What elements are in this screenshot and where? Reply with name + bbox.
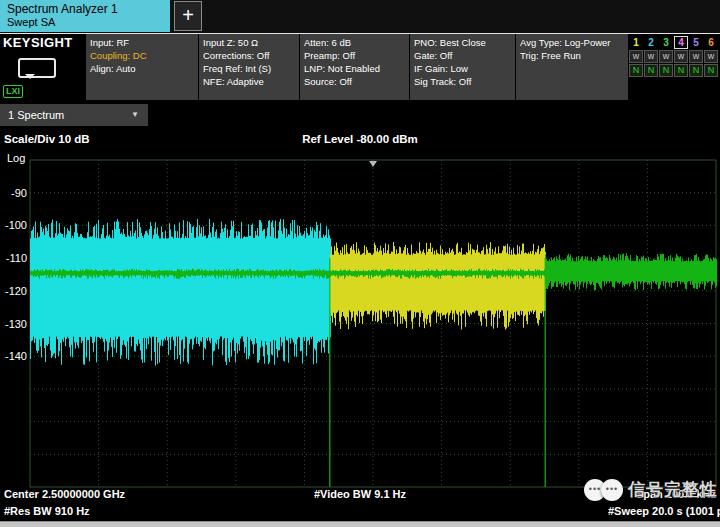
tab-spectrum-analyzer-1[interactable]: Spectrum Analyzer 1 Swept SA	[0, 0, 170, 32]
trace-detector-5[interactable]: N	[689, 64, 703, 77]
header-field: NFE: Adaptive	[203, 75, 295, 88]
header-field: Gate: Off	[414, 49, 511, 62]
y-tick-label: -130	[5, 318, 27, 330]
display-icon	[18, 58, 56, 78]
trace-select-1[interactable]: 1	[629, 36, 643, 49]
spectrum-analyzer-screen: Spectrum Analyzer 1 Swept SA + KEYSIGHT …	[0, 0, 720, 527]
trace-select-3[interactable]: 3	[659, 36, 673, 49]
center-marker	[369, 161, 377, 167]
y-tick-label: -100	[5, 219, 27, 231]
header-field: Trig: Free Run	[520, 49, 624, 62]
res-bw[interactable]: #Res BW 910 Hz	[4, 505, 90, 517]
header: KEYSIGHT LXI Input: RFCoupling: DCAlign:…	[0, 34, 720, 100]
header-field: Coupling: DC	[90, 49, 194, 62]
y-tick-label: -90	[11, 187, 27, 199]
spectrum-plot[interactable]: -90-100-110-120-130-140	[0, 150, 720, 495]
header-panels: Input: RFCoupling: DCAlign: AutoInput Z:…	[86, 34, 628, 100]
trace-detector-row: NNNNNN	[629, 64, 720, 77]
watermark: ••• ••• 信号完整性	[584, 478, 718, 501]
header-field: Align: Auto	[90, 62, 194, 75]
header-panel-0[interactable]: Input: RFCoupling: DCAlign: Auto	[86, 34, 198, 100]
trace-select-5[interactable]: 5	[689, 36, 703, 49]
header-panel-1[interactable]: Input Z: 50 ΩCorrections: OffFreq Ref: I…	[199, 34, 299, 100]
ref-level[interactable]: Ref Level -80.00 dBm	[0, 133, 720, 145]
watermark-text: 信号完整性	[628, 478, 718, 501]
bottom-strip	[0, 521, 720, 527]
dots-icon: •••	[606, 485, 618, 494]
trace-table: 123456 wwwwww NNNNNN	[629, 36, 720, 78]
trace-type-row: wwwwww	[629, 50, 720, 63]
trace-detector-2[interactable]: N	[644, 64, 658, 77]
header-panel-2[interactable]: Atten: 6 dBPreamp: OffLNP: Not EnabledSo…	[300, 34, 409, 100]
tab-subtitle: Swept SA	[7, 16, 163, 29]
trace-type-4[interactable]: w	[674, 50, 688, 63]
header-field: PNO: Best Close	[414, 36, 511, 49]
keysight-logo: KEYSIGHT	[3, 35, 73, 50]
trace-select-4[interactable]: 4	[674, 36, 688, 49]
trace-1-cyan-noise	[31, 219, 331, 366]
trace-select-2[interactable]: 2	[644, 36, 658, 49]
dots-icon: •••	[589, 485, 601, 494]
header-field: Input: RF	[90, 36, 194, 49]
tab-title: Spectrum Analyzer 1	[7, 2, 163, 16]
trace-type-5[interactable]: w	[689, 50, 703, 63]
trace-3-green-right	[546, 253, 717, 290]
header-field: Preamp: Off	[304, 49, 405, 62]
header-field: IF Gain: Low	[414, 62, 511, 75]
sweep-time[interactable]: #Sweep 20.0 s (1001 pts)	[608, 505, 720, 517]
header-field: Atten: 6 dB	[304, 36, 405, 49]
header-field: Input Z: 50 Ω	[203, 36, 295, 49]
trace-detector-1[interactable]: N	[629, 64, 643, 77]
header-field: Source: Off	[304, 75, 405, 88]
lxi-badge: LXI	[3, 85, 23, 98]
measurement-selector-label: 1 Spectrum	[8, 109, 64, 121]
trace-number-row: 123456	[629, 36, 720, 49]
y-tick-label: -110	[6, 252, 27, 264]
header-field: Corrections: Off	[203, 49, 295, 62]
trace-type-6[interactable]: w	[704, 50, 718, 63]
trace-detector-6[interactable]: N	[704, 64, 718, 77]
tab-bar: Spectrum Analyzer 1 Swept SA +	[0, 0, 720, 33]
header-panel-4[interactable]: Avg Type: Log-PowerTrig: Free Run	[516, 34, 628, 100]
header-field: Avg Type: Log-Power	[520, 36, 624, 49]
chevron-down-icon: ▼	[131, 104, 139, 126]
new-tab-button[interactable]: +	[174, 1, 202, 31]
header-field: LNP: Not Enabled	[304, 62, 405, 75]
trace-type-1[interactable]: w	[629, 50, 643, 63]
trace-detector-3[interactable]: N	[659, 64, 673, 77]
trace-type-3[interactable]: w	[659, 50, 673, 63]
trace-2-yellow-noise	[331, 242, 546, 330]
watermark-icon-2: •••	[601, 479, 623, 501]
header-panel-3[interactable]: PNO: Best CloseGate: OffIF Gain: LowSig …	[410, 34, 515, 100]
header-field: Freq Ref: Int (S)	[203, 62, 295, 75]
trace-type-2[interactable]: w	[644, 50, 658, 63]
header-field: Sig Track: Off	[414, 75, 511, 88]
measurement-selector[interactable]: 1 Spectrum ▼	[0, 104, 148, 126]
trace-detector-4[interactable]: N	[674, 64, 688, 77]
y-tick-label: -140	[5, 350, 27, 362]
y-tick-label: -120	[5, 285, 27, 297]
trace-select-6[interactable]: 6	[704, 36, 718, 49]
